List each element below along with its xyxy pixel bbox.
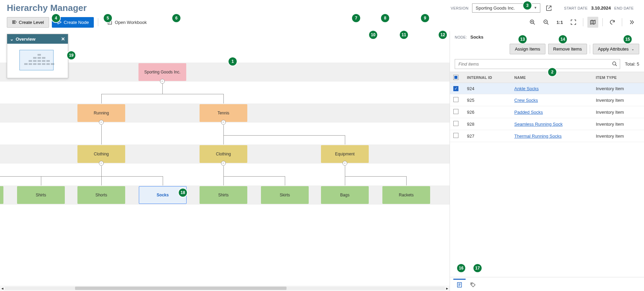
node-bags[interactable]: Bags [321,186,369,204]
node-tennis[interactable]: Tennis [200,104,247,122]
row-checkbox[interactable] [453,97,458,102]
zoom-reset-button[interactable]: 1:1 [554,17,565,28]
collapse-panel-icon[interactable] [626,17,637,28]
callout-badge: 4 [52,14,60,22]
collapse-toggle[interactable]: − [342,161,347,166]
col-item-type[interactable]: ITEM TYPE [592,72,644,83]
table-row[interactable]: ✓924Ankle SocksInventory Item [450,83,644,94]
start-date-value: 3.10.2024 [591,5,611,11]
create-level-label: Create Level [19,20,44,25]
node-shirts[interactable]: Shirts [17,186,65,204]
item-link[interactable]: Thermal Running Socks [514,134,562,139]
open-external-icon[interactable] [544,4,554,13]
collapse-toggle[interactable]: − [160,79,165,84]
col-internal-id[interactable]: INTERNAL ID [464,72,511,83]
callout-badge: 14 [559,35,567,43]
node-label: Running [94,111,109,115]
collapse-toggle[interactable]: − [99,120,104,125]
row-checkbox[interactable] [453,121,458,126]
node-tennis-clothing[interactable]: Clothing [200,145,247,163]
callout-badge: 8 [381,14,389,22]
remove-items-label: Remove Items [553,46,582,52]
svg-line-22 [615,65,617,66]
search-icon[interactable] [612,61,617,67]
items-grid: INTERNAL ID NAME ITEM TYPE ✓924Ankle Soc… [450,72,644,277]
callout-badge: 13 [518,35,527,43]
scroll-left-icon[interactable]: ◄ [0,287,5,290]
node-label: Equipment [335,152,354,156]
select-all-checkbox[interactable] [453,75,458,80]
table-row[interactable]: 926Padded SocksInventory Item [450,106,644,118]
node-label: Shirts [36,193,46,197]
zoom-in-icon[interactable] [527,17,538,28]
table-row[interactable]: 927Thermal Running SocksInventory Item [450,130,644,142]
assign-items-button[interactable]: Assign Items [510,44,545,54]
row-checkbox[interactable] [453,133,458,138]
overview-minimap[interactable] [7,44,68,78]
assign-items-label: Assign Items [515,46,540,52]
node-leaf-offscreen[interactable] [0,186,3,204]
remove-items-button[interactable]: Remove Items [548,44,587,54]
svg-line-17 [547,23,548,25]
callout-badge: 17 [473,264,482,272]
map-view-icon[interactable] [587,17,598,28]
node-skirts[interactable]: Skirts [261,186,309,204]
table-row[interactable]: 925Crew SocksInventory Item [450,94,644,106]
cell-internal-id: 925 [464,94,511,106]
node-running-clothing[interactable]: Clothing [77,145,125,163]
chevron-down-icon[interactable]: ⌄ [10,37,14,42]
callout-badge: 9 [421,14,429,22]
collapse-toggle[interactable]: − [99,161,104,166]
toolbar-separator [602,18,603,26]
horizontal-scrollbar[interactable]: ◄ ► [0,286,450,291]
item-link[interactable]: Padded Socks [514,110,543,115]
zoom-out-icon[interactable] [541,17,552,28]
tab-attributes-icon[interactable] [467,279,479,290]
row-checkbox[interactable] [453,109,458,114]
page-title: Hierarchy Manager [7,3,87,13]
row-checkbox[interactable]: ✓ [453,86,458,91]
tab-items-icon[interactable] [453,279,466,290]
cell-item-type: Inventory Item [592,106,644,118]
node-label: Rackets [399,193,413,197]
item-link[interactable]: Seamless Running Sock [514,122,563,127]
apply-attributes-label: Apply Attributes [598,46,629,52]
create-level-icon [12,20,17,25]
node-rackets[interactable]: Rackets [382,186,430,204]
callout-badge: 12 [439,31,447,39]
callout-badge: 19 [67,51,75,59]
item-link[interactable]: Crew Socks [514,98,538,103]
node-label: Shorts [96,193,107,197]
callout-badge: 10 [369,31,377,39]
collapse-toggle[interactable]: − [221,120,226,125]
close-icon[interactable]: ✕ [61,36,65,42]
svg-rect-2 [13,23,15,24]
collapse-toggle[interactable]: − [221,161,226,166]
refresh-icon[interactable] [607,17,618,28]
cell-internal-id: 928 [464,118,511,130]
callout-badge: 2 [548,68,556,76]
chevron-down-icon: ⌄ [631,47,634,51]
svg-rect-0 [13,20,15,21]
node-tennis-equipment[interactable]: Equipment [321,145,369,163]
table-row[interactable]: 928Seamless Running SockInventory Item [450,118,644,130]
hierarchy-canvas[interactable]: ⌄ Overview ✕ [0,31,450,291]
callout-badge: 7 [352,14,360,22]
item-link[interactable]: Ankle Socks [514,86,539,91]
node-running[interactable]: Running [77,104,125,122]
node-shorts[interactable]: Shorts [77,186,125,204]
toolbar-separator [622,18,622,26]
search-input[interactable] [455,59,620,69]
apply-attributes-button[interactable]: Apply Attributes ⌄ [593,44,639,54]
callout-badge: 15 [624,35,632,43]
scroll-right-icon[interactable]: ► [445,287,450,290]
node-root[interactable]: Sporting Goods Inc. [138,63,186,81]
fit-screen-icon[interactable] [568,17,579,28]
callout-badge: 16 [457,264,465,272]
node-shirts-tennis[interactable]: Shirts [200,186,247,204]
overview-title: Overview [16,37,35,42]
create-level-button[interactable]: Create Level [7,17,49,28]
cell-item-type: Inventory Item [592,94,644,106]
cell-internal-id: 927 [464,130,511,142]
toolbar-separator [590,45,590,54]
